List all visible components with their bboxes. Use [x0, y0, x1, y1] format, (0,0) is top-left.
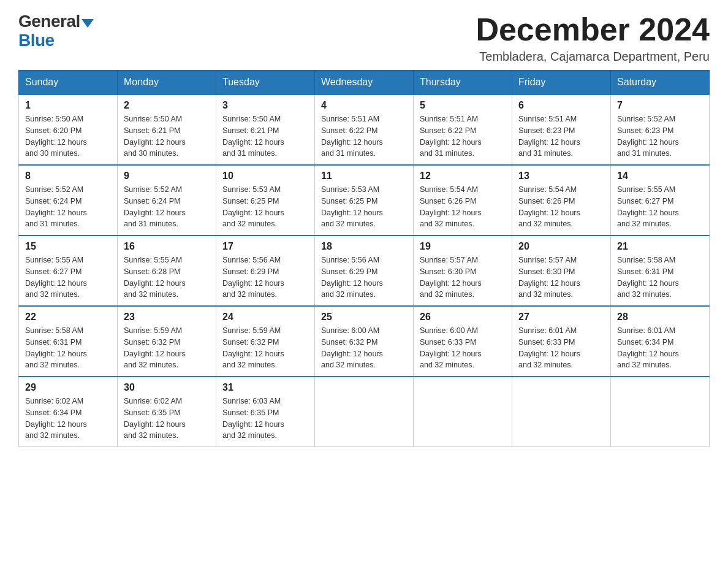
calendar-cell: 18 Sunrise: 5:56 AMSunset: 6:29 PMDaylig…	[315, 236, 414, 306]
calendar-cell	[512, 377, 611, 447]
calendar-cell: 25 Sunrise: 6:00 AMSunset: 6:32 PMDaylig…	[315, 306, 414, 377]
calendar-cell: 26 Sunrise: 6:00 AMSunset: 6:33 PMDaylig…	[414, 306, 512, 377]
logo: General Blue	[18, 12, 94, 50]
day-info: Sunrise: 6:01 AMSunset: 6:33 PMDaylight:…	[518, 326, 580, 369]
day-of-week-header: Saturday	[611, 71, 710, 95]
day-number: 15	[25, 241, 111, 252]
calendar-cell: 24 Sunrise: 5:59 AMSunset: 6:32 PMDaylig…	[216, 306, 315, 377]
calendar-table: SundayMondayTuesdayWednesdayThursdayFrid…	[18, 70, 710, 447]
day-info: Sunrise: 5:55 AMSunset: 6:28 PMDaylight:…	[124, 256, 186, 299]
day-number: 11	[321, 170, 407, 182]
day-number: 18	[321, 241, 407, 252]
calendar-cell: 9 Sunrise: 5:52 AMSunset: 6:24 PMDayligh…	[118, 165, 216, 236]
day-number: 17	[222, 241, 308, 252]
day-of-week-header: Thursday	[414, 71, 512, 95]
calendar-week-row: 15 Sunrise: 5:55 AMSunset: 6:27 PMDaylig…	[19, 236, 710, 306]
calendar-cell: 17 Sunrise: 5:56 AMSunset: 6:29 PMDaylig…	[216, 236, 315, 306]
page-header: General Blue December 2024 Tembladera, C…	[18, 12, 710, 64]
day-number: 23	[124, 312, 210, 323]
day-info: Sunrise: 6:02 AMSunset: 6:35 PMDaylight:…	[124, 397, 186, 440]
calendar-cell: 5 Sunrise: 5:51 AMSunset: 6:22 PMDayligh…	[414, 94, 512, 165]
calendar-week-row: 22 Sunrise: 5:58 AMSunset: 6:31 PMDaylig…	[19, 306, 710, 377]
day-info: Sunrise: 5:59 AMSunset: 6:32 PMDaylight:…	[222, 326, 284, 369]
calendar-cell: 11 Sunrise: 5:53 AMSunset: 6:25 PMDaylig…	[315, 165, 414, 236]
day-info: Sunrise: 5:59 AMSunset: 6:32 PMDaylight:…	[124, 326, 186, 369]
day-of-week-header: Sunday	[19, 71, 118, 95]
day-info: Sunrise: 5:55 AMSunset: 6:27 PMDaylight:…	[25, 256, 87, 299]
day-info: Sunrise: 5:50 AMSunset: 6:21 PMDaylight:…	[124, 115, 186, 158]
day-info: Sunrise: 5:53 AMSunset: 6:25 PMDaylight:…	[222, 185, 284, 228]
day-number: 30	[124, 382, 210, 393]
month-title: December 2024	[476, 12, 710, 47]
day-info: Sunrise: 5:54 AMSunset: 6:26 PMDaylight:…	[518, 185, 580, 228]
day-of-week-header: Tuesday	[216, 71, 315, 95]
calendar-cell: 29 Sunrise: 6:02 AMSunset: 6:34 PMDaylig…	[19, 377, 118, 447]
day-info: Sunrise: 5:54 AMSunset: 6:26 PMDaylight:…	[420, 185, 482, 228]
day-info: Sunrise: 6:01 AMSunset: 6:34 PMDaylight:…	[617, 326, 679, 369]
day-number: 19	[420, 241, 506, 252]
day-number: 27	[518, 312, 604, 323]
day-info: Sunrise: 5:53 AMSunset: 6:25 PMDaylight:…	[321, 185, 383, 228]
day-number: 9	[124, 170, 210, 182]
calendar-cell: 10 Sunrise: 5:53 AMSunset: 6:25 PMDaylig…	[216, 165, 315, 236]
day-info: Sunrise: 6:02 AMSunset: 6:34 PMDaylight:…	[25, 397, 87, 440]
calendar-cell: 21 Sunrise: 5:58 AMSunset: 6:31 PMDaylig…	[611, 236, 710, 306]
day-number: 2	[124, 100, 210, 111]
day-number: 1	[25, 100, 111, 111]
day-number: 25	[321, 312, 407, 323]
day-info: Sunrise: 5:52 AMSunset: 6:23 PMDaylight:…	[617, 115, 679, 158]
day-info: Sunrise: 6:00 AMSunset: 6:33 PMDaylight:…	[420, 326, 482, 369]
day-number: 10	[222, 170, 308, 182]
day-info: Sunrise: 5:51 AMSunset: 6:23 PMDaylight:…	[518, 115, 580, 158]
day-info: Sunrise: 5:52 AMSunset: 6:24 PMDaylight:…	[124, 185, 186, 228]
day-number: 4	[321, 100, 407, 111]
day-number: 3	[222, 100, 308, 111]
day-of-week-header: Friday	[512, 71, 611, 95]
calendar-cell: 15 Sunrise: 5:55 AMSunset: 6:27 PMDaylig…	[19, 236, 118, 306]
calendar-cell: 16 Sunrise: 5:55 AMSunset: 6:28 PMDaylig…	[118, 236, 216, 306]
day-number: 26	[420, 312, 506, 323]
day-info: Sunrise: 5:56 AMSunset: 6:29 PMDaylight:…	[321, 256, 383, 299]
day-number: 14	[617, 170, 703, 182]
calendar-cell	[611, 377, 710, 447]
day-info: Sunrise: 5:57 AMSunset: 6:30 PMDaylight:…	[420, 256, 482, 299]
logo-general-text: General	[18, 12, 80, 31]
calendar-cell: 22 Sunrise: 5:58 AMSunset: 6:31 PMDaylig…	[19, 306, 118, 377]
day-info: Sunrise: 6:00 AMSunset: 6:32 PMDaylight:…	[321, 326, 383, 369]
day-info: Sunrise: 5:56 AMSunset: 6:29 PMDaylight:…	[222, 256, 284, 299]
day-number: 22	[25, 312, 111, 323]
day-number: 28	[617, 312, 703, 323]
calendar-cell: 23 Sunrise: 5:59 AMSunset: 6:32 PMDaylig…	[118, 306, 216, 377]
day-number: 20	[518, 241, 604, 252]
day-of-week-header: Monday	[118, 71, 216, 95]
day-number: 29	[25, 382, 111, 393]
calendar-cell: 7 Sunrise: 5:52 AMSunset: 6:23 PMDayligh…	[611, 94, 710, 165]
calendar-cell: 14 Sunrise: 5:55 AMSunset: 6:27 PMDaylig…	[611, 165, 710, 236]
calendar-cell: 8 Sunrise: 5:52 AMSunset: 6:24 PMDayligh…	[19, 165, 118, 236]
title-block: December 2024 Tembladera, Cajamarca Depa…	[476, 12, 710, 64]
day-number: 12	[420, 170, 506, 182]
calendar-week-row: 1 Sunrise: 5:50 AMSunset: 6:20 PMDayligh…	[19, 94, 710, 165]
calendar-cell: 20 Sunrise: 5:57 AMSunset: 6:30 PMDaylig…	[512, 236, 611, 306]
day-number: 5	[420, 100, 506, 111]
calendar-week-row: 29 Sunrise: 6:02 AMSunset: 6:34 PMDaylig…	[19, 377, 710, 447]
day-info: Sunrise: 5:50 AMSunset: 6:21 PMDaylight:…	[222, 115, 284, 158]
logo-blue-text: Blue	[18, 31, 55, 50]
day-info: Sunrise: 6:03 AMSunset: 6:35 PMDaylight:…	[222, 397, 284, 440]
calendar-week-row: 8 Sunrise: 5:52 AMSunset: 6:24 PMDayligh…	[19, 165, 710, 236]
day-number: 6	[518, 100, 604, 111]
day-info: Sunrise: 5:57 AMSunset: 6:30 PMDaylight:…	[518, 256, 580, 299]
day-info: Sunrise: 5:58 AMSunset: 6:31 PMDaylight:…	[25, 326, 87, 369]
location-title: Tembladera, Cajamarca Department, Peru	[476, 50, 710, 64]
calendar-cell: 4 Sunrise: 5:51 AMSunset: 6:22 PMDayligh…	[315, 94, 414, 165]
logo-top-line: General	[18, 12, 94, 31]
day-info: Sunrise: 5:58 AMSunset: 6:31 PMDaylight:…	[617, 256, 679, 299]
day-number: 16	[124, 241, 210, 252]
day-info: Sunrise: 5:52 AMSunset: 6:24 PMDaylight:…	[25, 185, 87, 228]
day-info: Sunrise: 5:50 AMSunset: 6:20 PMDaylight:…	[25, 115, 87, 158]
calendar-cell: 30 Sunrise: 6:02 AMSunset: 6:35 PMDaylig…	[118, 377, 216, 447]
calendar-cell: 27 Sunrise: 6:01 AMSunset: 6:33 PMDaylig…	[512, 306, 611, 377]
day-info: Sunrise: 5:51 AMSunset: 6:22 PMDaylight:…	[420, 115, 482, 158]
day-number: 13	[518, 170, 604, 182]
day-info: Sunrise: 5:55 AMSunset: 6:27 PMDaylight:…	[617, 185, 679, 228]
